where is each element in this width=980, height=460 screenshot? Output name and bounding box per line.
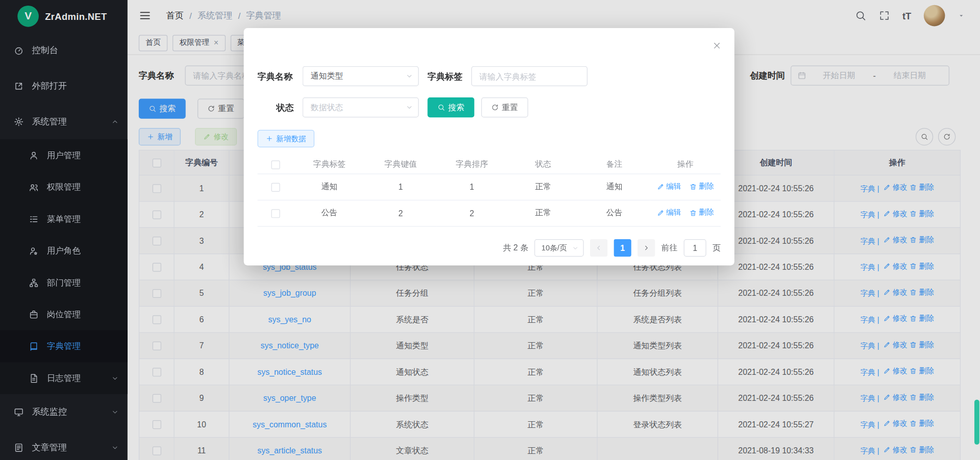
edit-icon xyxy=(657,183,665,190)
chevron-down-icon xyxy=(406,72,413,80)
col-dict-sort: 字典排序 xyxy=(436,155,508,174)
dialog-search-button-label: 搜索 xyxy=(448,102,464,113)
dict-sort-cell: 2 xyxy=(436,200,508,226)
refresh-icon xyxy=(491,104,499,111)
delete-icon xyxy=(690,209,697,217)
goto-page-input[interactable] xyxy=(684,239,706,257)
scrollbar xyxy=(974,0,979,460)
dialog-search-button[interactable]: 搜索 xyxy=(428,97,475,117)
dialog-status-select[interactable]: 数据状态 xyxy=(303,97,419,117)
dialog-status-label: 状态 xyxy=(257,97,293,117)
chevron-right-icon xyxy=(643,244,650,252)
delete-link[interactable]: 删除 xyxy=(690,208,714,218)
chevron-down-icon xyxy=(406,104,413,111)
app-window: V ZrAdmin.NET 控制台 外部打开 系统管理 用户管理 xyxy=(0,0,980,460)
next-page-button[interactable] xyxy=(638,239,655,257)
dict-data-dialog: 字典名称 通知类型 字典标签 状态 数据状态 搜索 重置 新增数据 xyxy=(244,28,734,265)
dialog-reset-button-label: 重置 xyxy=(502,102,518,113)
page-unit-label: 页 xyxy=(713,242,721,253)
select-value: 通知类型 xyxy=(311,70,344,82)
current-page-button[interactable]: 1 xyxy=(614,239,631,257)
dialog-dict-name-label: 字典名称 xyxy=(257,66,292,86)
pagination-total: 共 2 条 xyxy=(503,242,529,253)
delete-icon xyxy=(690,183,697,190)
dialog-dict-name-select[interactable]: 通知类型 xyxy=(303,66,419,86)
delete-link-label: 删除 xyxy=(699,208,714,218)
delete-link-label: 删除 xyxy=(699,181,714,192)
edit-icon xyxy=(657,209,665,217)
dialog-table-row: 公告 2 2 正常 公告 编辑 删除 xyxy=(257,200,720,226)
dialog-pagination: 共 2 条 10条/页 1 前往 页 xyxy=(257,239,720,257)
edit-link[interactable]: 编辑 xyxy=(657,208,681,218)
col-status: 状态 xyxy=(507,155,579,174)
chevron-down-icon xyxy=(572,244,578,251)
dialog-table-row: 通知 1 1 正常 通知 编辑 删除 xyxy=(257,173,720,199)
status-cell: 正常 xyxy=(507,173,579,199)
dialog-dict-label-label: 字典标签 xyxy=(428,66,463,86)
dict-value-cell: 2 xyxy=(365,200,436,226)
remark-cell: 公告 xyxy=(579,200,650,226)
status-cell: 正常 xyxy=(507,200,579,226)
dialog-dict-label-input[interactable] xyxy=(471,66,587,86)
col-ops: 操作 xyxy=(650,155,720,174)
scrollbar-thumb[interactable] xyxy=(974,400,979,445)
goto-label: 前往 xyxy=(662,242,678,253)
dialog-add-data-label: 新增数据 xyxy=(276,133,306,144)
col-remark: 备注 xyxy=(579,155,650,174)
dialog-table-header-row: 字典标签 字典键值 字典排序 状态 备注 操作 xyxy=(257,155,720,174)
row-checkbox[interactable] xyxy=(271,183,280,192)
row-checkbox[interactable] xyxy=(271,209,280,218)
select-placeholder: 数据状态 xyxy=(311,102,344,113)
prev-page-button[interactable] xyxy=(590,239,607,257)
dialog-dict-data-table: 字典标签 字典键值 字典排序 状态 备注 操作 通知 1 1 正常 xyxy=(257,155,720,226)
select-all-checkbox[interactable] xyxy=(271,160,280,169)
col-dict-value: 字典键值 xyxy=(365,155,436,174)
edit-link-label: 编辑 xyxy=(666,181,681,192)
search-icon xyxy=(437,104,445,111)
dialog-add-data-button[interactable]: 新增数据 xyxy=(257,130,314,147)
dict-label-cell: 公告 xyxy=(294,200,365,226)
chevron-left-icon xyxy=(595,244,603,252)
close-icon[interactable] xyxy=(712,41,722,51)
dict-value-cell: 1 xyxy=(365,173,436,199)
edit-link-label: 编辑 xyxy=(666,208,681,218)
page-size-select[interactable]: 10条/页 xyxy=(534,239,583,257)
edit-link[interactable]: 编辑 xyxy=(657,181,681,192)
dict-label-cell: 通知 xyxy=(294,173,365,199)
dialog-reset-button[interactable]: 重置 xyxy=(481,97,528,117)
plus-icon xyxy=(265,135,273,142)
page-size-value: 10条/页 xyxy=(542,243,567,253)
dict-sort-cell: 1 xyxy=(436,173,508,199)
remark-cell: 通知 xyxy=(579,173,650,199)
col-dict-label: 字典标签 xyxy=(294,155,365,174)
delete-link[interactable]: 删除 xyxy=(690,181,714,192)
